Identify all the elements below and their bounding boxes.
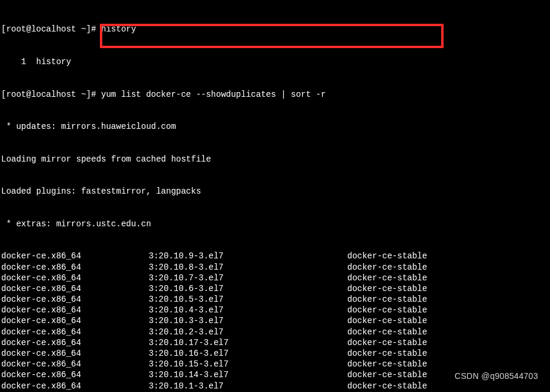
package-row: docker-ce.x86_643:20.10.1-3.el7docker-ce…: [1, 381, 549, 391]
package-repo: docker-ce-stable: [347, 273, 427, 283]
package-repo: docker-ce-stable: [347, 348, 427, 359]
loading-line: Loading mirror speeds from cached hostfi…: [1, 154, 549, 165]
package-row: docker-ce.x86_643:20.10.7-3.el7docker-ce…: [1, 273, 549, 283]
package-row: docker-ce.x86_643:20.10.3-3.el7docker-ce…: [1, 315, 549, 326]
plugins-line: Loaded plugins: fastestmirror, langpacks: [1, 186, 549, 197]
package-name: docker-ce.x86_64: [1, 359, 149, 369]
package-version: 3:20.10.15-3.el7: [149, 359, 347, 369]
package-repo: docker-ce-stable: [347, 315, 427, 326]
package-name: docker-ce.x86_64: [1, 315, 149, 326]
package-name: docker-ce.x86_64: [1, 337, 149, 348]
package-version: 3:20.10.17-3.el7: [149, 337, 347, 348]
package-name: docker-ce.x86_64: [1, 294, 149, 305]
package-repo: docker-ce-stable: [347, 327, 427, 337]
command-text: yum list docker-ce --showduplicates | so…: [101, 90, 326, 99]
package-row: docker-ce.x86_643:20.10.16-3.el7docker-c…: [1, 348, 549, 359]
csdn-watermark: CSDN @q908544703: [455, 371, 538, 381]
package-repo: docker-ce-stable: [347, 262, 427, 273]
package-row: docker-ce.x86_643:20.10.8-3.el7docker-ce…: [1, 262, 549, 273]
package-version: 3:20.10.8-3.el7: [149, 262, 347, 273]
package-name: docker-ce.x86_64: [1, 305, 149, 315]
package-row: docker-ce.x86_643:20.10.4-3.el7docker-ce…: [1, 305, 549, 315]
package-version: 3:20.10.1-3.el7: [149, 381, 347, 391]
package-repo: docker-ce-stable: [347, 359, 427, 369]
package-repo: docker-ce-stable: [347, 381, 427, 391]
package-repo: docker-ce-stable: [347, 305, 427, 315]
package-row: docker-ce.x86_643:20.10.9-3.el7docker-ce…: [1, 251, 549, 261]
history-command: history: [36, 57, 71, 67]
package-name: docker-ce.x86_64: [1, 262, 149, 273]
mirror-updates-line: * updates: mirrors.huaweicloud.com: [1, 121, 549, 132]
package-version: 3:20.10.5-3.el7: [149, 294, 347, 305]
package-row: docker-ce.x86_643:20.10.6-3.el7docker-ce…: [1, 283, 549, 294]
prompt: [root@localhost ~]#: [1, 90, 101, 99]
package-version: 3:20.10.4-3.el7: [149, 305, 347, 315]
package-repo: docker-ce-stable: [347, 251, 427, 261]
package-name: docker-ce.x86_64: [1, 369, 149, 380]
package-name: docker-ce.x86_64: [1, 283, 149, 294]
package-row: docker-ce.x86_643:20.10.15-3.el7docker-c…: [1, 359, 549, 369]
package-name: docker-ce.x86_64: [1, 381, 149, 391]
package-repo: docker-ce-stable: [347, 283, 427, 294]
history-number: 1: [1, 57, 36, 67]
package-version: 3:20.10.14-3.el7: [149, 369, 347, 380]
mirror-extras-line: * extras: mirrors.ustc.edu.cn: [1, 219, 549, 229]
package-version: 3:20.10.6-3.el7: [149, 283, 347, 294]
package-repo: docker-ce-stable: [347, 369, 427, 380]
package-row: docker-ce.x86_643:20.10.17-3.el7docker-c…: [1, 337, 549, 348]
package-name: docker-ce.x86_64: [1, 251, 149, 261]
package-version: 3:20.10.9-3.el7: [149, 251, 347, 261]
package-version: 3:20.10.3-3.el7: [149, 315, 347, 326]
package-name: docker-ce.x86_64: [1, 327, 149, 337]
history-entry: 1 history: [1, 56, 549, 67]
prompt-line-2: [root@localhost ~]# yum list docker-ce -…: [1, 89, 549, 100]
package-name: docker-ce.x86_64: [1, 348, 149, 359]
package-name: docker-ce.x86_64: [1, 273, 149, 283]
package-repo: docker-ce-stable: [347, 294, 427, 305]
package-version: 3:20.10.2-3.el7: [149, 327, 347, 337]
package-row: docker-ce.x86_643:20.10.2-3.el7docker-ce…: [1, 327, 549, 337]
terminal-output: [root@localhost ~]# history 1 history [r…: [0, 0, 550, 392]
command-text: history: [101, 24, 136, 34]
package-repo: docker-ce-stable: [347, 337, 427, 348]
prompt-line-1: [root@localhost ~]# history: [1, 24, 549, 34]
package-version: 3:20.10.7-3.el7: [149, 273, 347, 283]
package-version: 3:20.10.16-3.el7: [149, 348, 347, 359]
package-row: docker-ce.x86_643:20.10.5-3.el7docker-ce…: [1, 294, 549, 305]
prompt: [root@localhost ~]#: [1, 24, 101, 34]
